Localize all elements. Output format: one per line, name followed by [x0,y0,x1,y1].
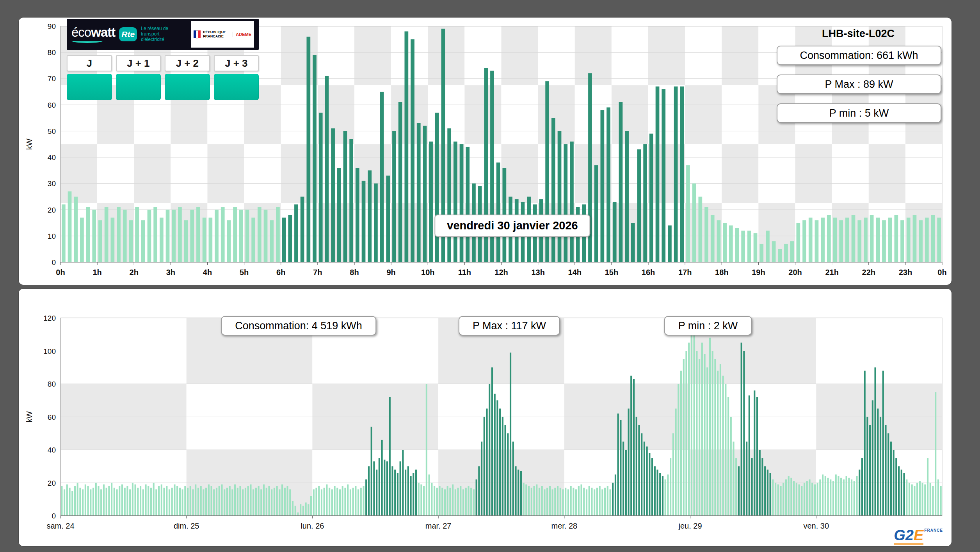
svg-text:1h: 1h [92,268,101,277]
ecowatt-logo: écowatt Rte Le réseau de transport d'éle… [67,19,259,50]
ecowatt-day-label: J + 1 [116,55,161,71]
svg-text:19h: 19h [752,268,765,277]
svg-text:60: 60 [48,413,56,421]
ecowatt-day-tabs: J J + 1 J + 2 J + 3 [67,55,259,100]
ecowatt-day-tab-j2[interactable]: J + 2 [165,55,210,100]
stat-daily-consumption: Consommation: 661 kWh [777,46,941,65]
svg-text:90: 90 [48,22,56,30]
svg-text:17h: 17h [678,268,692,277]
ecowatt-widget: écowatt Rte Le réseau de transport d'éle… [67,19,259,100]
ecowatt-gauge-icon [165,74,210,100]
svg-text:16h: 16h [642,268,655,277]
svg-text:10: 10 [48,232,56,240]
ademe-logo: ADEME [233,32,251,37]
republique-francaise-logo: RÉPUBLIQUE FRANÇAISE ADEME [191,21,254,48]
svg-text:6h: 6h [276,268,285,277]
svg-text:5h: 5h [240,268,249,277]
svg-text:20: 20 [48,479,56,487]
svg-text:0: 0 [52,512,56,520]
ecowatt-brand: écowatt [71,26,115,43]
svg-text:2h: 2h [130,268,139,277]
ecowatt-day-label: J + 3 [214,55,259,71]
svg-text:8h: 8h [350,268,359,277]
stat-daily-pmax: P Max : 89 kW [777,75,941,94]
svg-text:21h: 21h [825,268,838,277]
stat-weekly-pmax: P Max : 117 kW [459,316,560,335]
ecowatt-brand-watt: watt [91,25,115,39]
svg-text:23h: 23h [899,268,912,277]
svg-text:0h: 0h [937,268,946,277]
republique-francaise-label: RÉPUBLIQUE FRANÇAISE [203,30,230,39]
g2e-france-text: FRANCE [924,529,943,532]
svg-text:lun. 26: lun. 26 [301,522,324,530]
stat-weekly-pmin: P min : 2 kW [664,316,752,335]
g2e-g2-text: G2 [894,527,914,543]
svg-text:kW: kW [25,138,34,150]
svg-text:22h: 22h [862,268,875,277]
svg-text:sam. 24: sam. 24 [46,522,74,530]
svg-text:mer. 28: mer. 28 [551,522,578,530]
svg-text:dim. 25: dim. 25 [174,522,199,530]
ecowatt-brand-eco: éco [71,25,91,39]
site-title: LHB-site-L02C [777,28,940,40]
svg-text:0h: 0h [56,268,65,277]
svg-text:40: 40 [48,446,56,454]
svg-text:4h: 4h [203,268,212,277]
svg-text:9h: 9h [386,268,395,277]
rte-tagline: Le réseau de transport d'électricité [141,26,181,42]
ecowatt-day-label: J + 2 [165,55,210,71]
svg-text:100: 100 [43,347,56,355]
svg-text:120: 120 [43,314,56,322]
svg-text:12h: 12h [494,268,508,277]
ecowatt-gauge-icon [67,74,112,100]
daily-stats: Consommation: 661 kWh P Max : 89 kW P mi… [777,46,940,132]
ecowatt-day-tab-j[interactable]: J [67,55,112,100]
g2e-e-text: E [914,527,923,543]
ecowatt-gauge-icon [116,74,161,100]
french-flag-icon [194,30,201,38]
svg-text:15h: 15h [605,268,618,277]
rte-logo: Rte [119,27,137,41]
svg-text:50: 50 [48,127,56,135]
svg-text:70: 70 [48,75,56,83]
svg-text:14h: 14h [568,268,582,277]
weekly-chart-panel: 020406080100120sam. 24dim. 25lun. 26mar.… [19,289,952,546]
svg-text:11h: 11h [458,268,471,277]
svg-text:10h: 10h [421,268,434,277]
svg-text:jeu. 29: jeu. 29 [678,522,702,530]
svg-text:40: 40 [48,153,56,162]
stat-weekly-consumption: Consommation: 4 519 kWh [221,316,376,335]
svg-text:3h: 3h [166,268,175,277]
ecowatt-day-tab-j1[interactable]: J + 1 [116,55,161,100]
ecowatt-day-tab-j3[interactable]: J + 3 [214,55,259,100]
svg-text:80: 80 [48,380,56,388]
svg-text:7h: 7h [313,268,322,277]
svg-text:60: 60 [48,101,56,109]
svg-text:20: 20 [48,206,56,214]
svg-text:20h: 20h [788,268,802,277]
daily-chart-panel: 01020304050607080900h1h2h3h4h5h6h7h8h9h1… [19,18,952,285]
svg-text:13h: 13h [531,268,544,277]
svg-text:ven. 30: ven. 30 [803,522,829,530]
date-annotation: vendredi 30 janvier 2026 [434,215,590,237]
g2e-logo: G2E FRANCE [894,528,943,545]
svg-text:18h: 18h [715,268,728,277]
stat-daily-pmin: P min : 5 kW [777,103,941,123]
svg-text:0: 0 [52,258,56,266]
ecowatt-day-label: J [67,55,112,71]
svg-text:kW: kW [25,411,34,422]
ecowatt-swoosh-icon [71,39,103,43]
ecowatt-gauge-icon [214,74,259,100]
svg-text:80: 80 [48,48,56,57]
svg-text:mar. 27: mar. 27 [425,522,452,530]
svg-text:30: 30 [48,179,56,188]
